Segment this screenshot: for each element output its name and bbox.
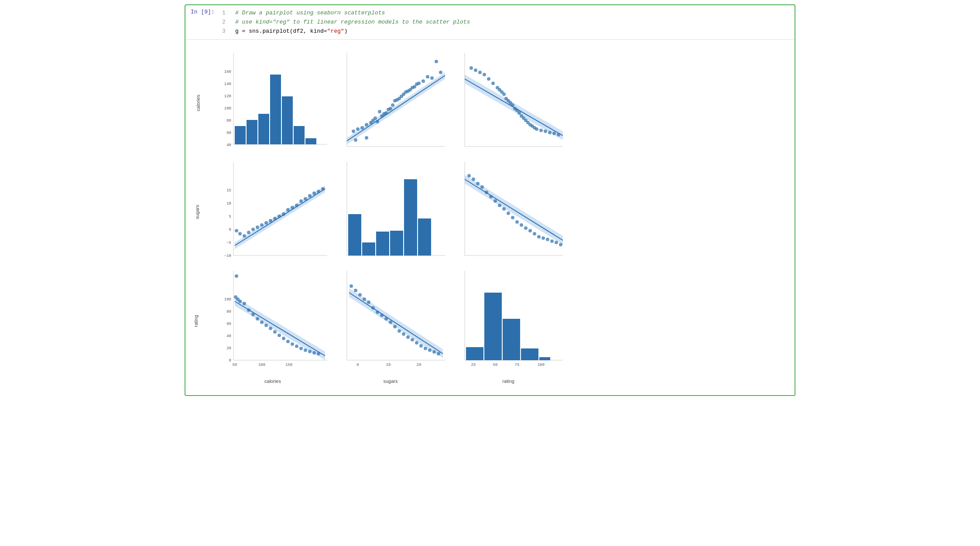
svg-rect-124 <box>390 231 403 256</box>
svg-point-208 <box>406 335 410 339</box>
svg-text:10: 10 <box>386 363 391 367</box>
svg-point-179 <box>286 340 290 343</box>
svg-rect-224 <box>503 319 520 360</box>
svg-point-215 <box>437 352 440 355</box>
svg-text:40: 40 <box>226 334 231 338</box>
svg-point-147 <box>537 235 541 239</box>
svg-point-131 <box>467 174 471 177</box>
svg-point-145 <box>528 229 532 232</box>
svg-point-181 <box>295 345 298 348</box>
line-num-1: 1 <box>222 9 231 18</box>
svg-point-83 <box>539 129 543 132</box>
svg-text:−10: −10 <box>224 254 231 258</box>
svg-text:50: 50 <box>233 363 237 367</box>
histogram-rating: 25 50 75 100 <box>449 266 567 375</box>
svg-text:20: 20 <box>417 363 421 367</box>
svg-point-108 <box>278 215 281 218</box>
svg-point-149 <box>546 238 549 241</box>
row-label-rating: rating <box>193 315 199 328</box>
plot-cell-0-0: calories 40 60 80 100 120 140 160 <box>214 48 332 157</box>
svg-text:140: 140 <box>224 82 231 86</box>
svg-point-134 <box>480 185 484 189</box>
svg-point-139 <box>502 207 506 211</box>
svg-point-185 <box>312 351 316 355</box>
svg-point-102 <box>251 228 255 231</box>
svg-text:50: 50 <box>493 363 498 367</box>
svg-point-117 <box>317 190 320 193</box>
plot-cell-0-1 <box>332 48 449 157</box>
svg-text:−5: −5 <box>226 241 231 245</box>
plot-cell-2-1: 0 10 20 <box>332 266 449 375</box>
svg-rect-9 <box>235 126 246 144</box>
svg-point-144 <box>524 226 528 230</box>
code-line-1: 1 # Draw a pairplot using seaborn scatte… <box>222 9 793 18</box>
svg-point-172 <box>256 317 259 321</box>
svg-point-112 <box>295 204 298 207</box>
svg-point-211 <box>419 344 423 348</box>
svg-point-118 <box>321 187 325 191</box>
xlabel-sugars: sugars <box>332 379 449 384</box>
svg-point-115 <box>308 194 312 198</box>
svg-point-49 <box>430 76 434 80</box>
svg-point-186 <box>317 352 320 355</box>
row-label-calories: calories <box>195 95 201 111</box>
code-comment-2: # use kind="reg" to fit linear regressio… <box>235 18 470 27</box>
histogram-sugars <box>332 157 449 266</box>
svg-point-23 <box>365 123 368 126</box>
svg-point-59 <box>474 68 477 72</box>
svg-point-133 <box>476 182 480 185</box>
svg-text:25: 25 <box>471 363 476 367</box>
svg-point-173 <box>260 321 264 324</box>
svg-point-146 <box>533 232 536 235</box>
plot-cell-1-2 <box>449 157 567 266</box>
svg-point-205 <box>393 325 397 328</box>
xlabel-rating: rating <box>449 379 567 384</box>
svg-point-101 <box>247 231 250 234</box>
svg-text:10: 10 <box>226 201 231 206</box>
code-line-2: 2 # use kind="reg" to fit linear regress… <box>222 18 793 27</box>
svg-point-202 <box>380 314 384 317</box>
svg-point-21 <box>356 127 360 131</box>
svg-point-113 <box>299 199 303 203</box>
histogram-calories: 40 60 80 100 120 140 160 <box>214 48 332 157</box>
svg-point-107 <box>273 217 277 220</box>
svg-point-136 <box>489 195 493 198</box>
plot-cell-2-2: 25 50 75 100 <box>449 266 567 375</box>
code-comment-1: # Draw a pairplot using seaborn scatterp… <box>235 9 385 18</box>
svg-point-50 <box>435 60 438 63</box>
svg-point-142 <box>515 220 519 224</box>
svg-point-98 <box>235 229 238 232</box>
code-text-3: g = sns.pairplot(df2, kind= <box>235 27 327 36</box>
svg-point-198 <box>363 297 366 301</box>
svg-point-109 <box>282 212 285 216</box>
code-paren-3: ) <box>344 27 348 36</box>
svg-rect-10 <box>247 120 257 144</box>
line-num-3: 3 <box>222 27 231 36</box>
plot-cell-1-0: sugars −10 −5 0 5 10 15 <box>214 157 332 266</box>
svg-point-187 <box>235 274 238 278</box>
plot-cell-1-1 <box>332 157 449 266</box>
svg-rect-223 <box>484 293 502 360</box>
svg-point-207 <box>402 332 405 336</box>
svg-point-206 <box>397 329 401 333</box>
svg-text:0: 0 <box>229 358 231 363</box>
svg-rect-126 <box>418 218 431 256</box>
svg-point-103 <box>256 225 259 229</box>
svg-rect-14 <box>294 126 305 144</box>
svg-line-130 <box>465 179 563 240</box>
code-line-3: 3 g = sns.pairplot(df2, kind="reg") <box>222 27 793 36</box>
svg-line-194 <box>349 293 443 354</box>
svg-rect-122 <box>362 242 375 256</box>
cell-label: In [9]: <box>185 5 220 39</box>
svg-point-140 <box>507 212 510 215</box>
svg-text:40: 40 <box>226 143 231 147</box>
svg-text:100: 100 <box>224 297 231 302</box>
svg-point-85 <box>548 131 552 134</box>
svg-point-143 <box>520 223 523 227</box>
svg-point-178 <box>282 337 285 340</box>
svg-point-33 <box>389 107 392 110</box>
svg-point-74 <box>517 111 521 115</box>
svg-point-183 <box>304 348 307 352</box>
svg-text:160: 160 <box>224 70 231 74</box>
svg-rect-13 <box>282 96 293 144</box>
